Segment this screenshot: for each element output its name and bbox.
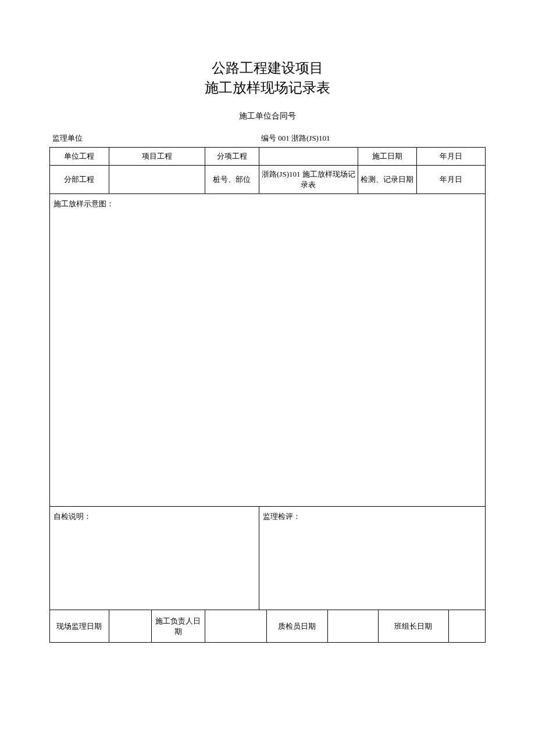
qc-date-value [327,610,378,643]
cell-inspect-date-value: 年月日 [416,166,485,194]
cell-pile-position-label: 桩号、部位 [205,166,259,194]
header-row-1: 单位工程 项目工程 分项工程 施工日期 年月日 [50,148,486,166]
cell-sub-project-label: 分项工程 [205,148,259,166]
construction-manager-date-value [205,610,266,643]
form-table: 监理单位 编号 001 浙路(JS)101 单位工程 项目工程 分项工程 施工日… [49,132,486,643]
cell-sub-project-value [259,148,358,166]
cell-unit-project-label: 单位工程 [50,148,109,166]
cell-construction-date-label: 施工日期 [358,148,416,166]
supervisor-label: 监理单位 [50,132,259,148]
title-line-1: 公路工程建设项目 [49,58,486,78]
serial-label: 编号 001 浙路(JS)101 [259,132,486,148]
document-title: 公路工程建设项目 施工放样现场记录表 [49,58,486,97]
signature-row: 现场监理日期 施工负责人日期 质检员日期 班组长日期 [50,610,486,643]
diagram-area: 施工放样示意图： [50,194,486,507]
cell-construction-date-value: 年月日 [416,148,485,166]
construction-manager-date-label: 施工负责人日期 [152,610,205,643]
self-inspection-notes: 自检说明： [50,507,259,610]
site-supervisor-date-label: 现场监理日期 [50,610,109,643]
contract-line: 施工单位合同号 [49,111,486,121]
notes-row: 自检说明： 监理检评： [50,507,486,610]
header-row-2: 分部工程 桩号、部位 浙路(JS)101 施工放样现场记录表 检测、记录日期 年… [50,166,486,194]
site-supervisor-date-value [109,610,151,643]
supervision-review-notes: 监理检评： [259,507,486,610]
team-leader-date-label: 班组长日期 [378,610,448,643]
cell-division-project-label: 分部工程 [50,166,109,194]
cell-record-name: 浙路(JS)101 施工放样现场记录表 [259,166,358,194]
title-line-2: 施工放样现场记录表 [49,78,486,98]
cell-item-project-label: 项目工程 [109,148,205,166]
cell-inspect-date-label: 检测、记录日期 [358,166,416,194]
qc-date-label: 质检员日期 [266,610,327,643]
team-leader-date-value [449,610,486,643]
cell-division-project-value [109,166,205,194]
diagram-row: 施工放样示意图： [50,194,486,507]
